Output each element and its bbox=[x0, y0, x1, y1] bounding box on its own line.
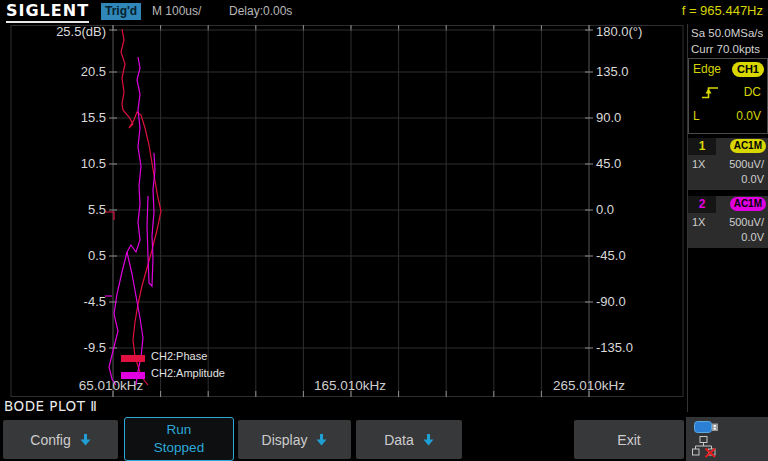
right-axis-label: 0.0 bbox=[596, 202, 666, 217]
channel-2-info[interactable]: 2 AC1M 1X 500uV/ 0.0V bbox=[688, 196, 768, 248]
usb-icon bbox=[694, 420, 720, 434]
rising-edge-icon bbox=[701, 85, 719, 100]
channel-2-offset: 0.0V bbox=[692, 231, 764, 243]
bode-plot-title: BODE PLOT Ⅱ bbox=[4, 398, 97, 414]
trigger-type-label: Edge bbox=[693, 62, 721, 76]
trigger-coupling-label: DC bbox=[744, 85, 761, 99]
trigger-info-panel[interactable]: Edge CH1 DC L 0.0V bbox=[688, 58, 768, 134]
memory-depth-readout: Curr 70.0kpts bbox=[691, 43, 760, 55]
status-icons-panel bbox=[686, 417, 768, 461]
timebase-readout: M 100us/ bbox=[152, 4, 201, 18]
left-axis-label: 5.5 bbox=[18, 202, 106, 217]
x-axis-label: 165.010kHz bbox=[295, 378, 405, 393]
menu-button-display[interactable]: Display bbox=[238, 420, 351, 459]
menu-button-data[interactable]: Data bbox=[356, 420, 462, 459]
top-bar: SIGLENT Trig'd M 100us/ Delay:0.00s f = … bbox=[0, 0, 768, 24]
right-axis-label: 45.0 bbox=[596, 156, 666, 171]
trigger-source-badge[interactable]: CH1 bbox=[732, 62, 764, 77]
left-axis-label: 0.5 bbox=[18, 248, 106, 263]
channel-1-number: 1 bbox=[688, 138, 716, 155]
dropdown-arrow-icon bbox=[80, 434, 91, 446]
run-state-line1: Run bbox=[167, 421, 192, 439]
x-axis-label: 65.010kHz bbox=[56, 378, 166, 393]
left-axis-label: 25.5(dB) bbox=[18, 24, 106, 39]
frequency-readout: f = 965.447Hz bbox=[682, 3, 763, 18]
x-axis-label: 265.010kHz bbox=[534, 378, 644, 393]
run-state-line2: Stopped bbox=[154, 439, 204, 457]
right-axis-label: 135.0 bbox=[596, 64, 666, 79]
data-label: Data bbox=[384, 432, 414, 448]
channel-2-number: 2 bbox=[688, 196, 716, 213]
channel-2-scale: 500uV/ bbox=[692, 216, 764, 228]
left-axis-label: 20.5 bbox=[18, 64, 106, 79]
dropdown-arrow-icon bbox=[316, 434, 327, 446]
config-label: Config bbox=[30, 432, 70, 448]
channel-2-coupling-badge: AC1M bbox=[730, 197, 766, 211]
legend-swatch-amplitude bbox=[121, 372, 145, 379]
delay-readout: Delay:0.00s bbox=[229, 4, 292, 18]
left-axis-label: 15.5 bbox=[18, 110, 106, 125]
trigger-level-value: 0.0V bbox=[736, 109, 761, 123]
channel-1-info[interactable]: 1 AC1M 1X 500uV/ 0.0V bbox=[688, 138, 768, 190]
left-axis-label: -9.5 bbox=[18, 340, 106, 355]
exit-label: Exit bbox=[617, 432, 640, 448]
left-axis-label: 10.5 bbox=[18, 156, 106, 171]
legend-label-phase: CH2:Phase bbox=[151, 350, 207, 362]
right-axis-label: -45.0 bbox=[596, 248, 666, 263]
sample-rate-readout: Sa 50.0MSa/s bbox=[691, 27, 763, 39]
brand-logo: SIGLENT bbox=[6, 1, 89, 23]
trigger-status-badge: Trig'd bbox=[101, 3, 141, 20]
menu-button-run-stopped[interactable]: Run Stopped bbox=[124, 417, 234, 461]
right-axis-label: -90.0 bbox=[596, 294, 666, 309]
menu-button-config[interactable]: Config bbox=[3, 420, 118, 459]
right-axis-label: 90.0 bbox=[596, 110, 666, 125]
oscilloscope-screen: SIGLENT Trig'd M 100us/ Delay:0.00s f = … bbox=[0, 0, 768, 461]
legend-swatch-phase bbox=[121, 355, 145, 362]
display-label: Display bbox=[262, 432, 308, 448]
channel-1-coupling-badge: AC1M bbox=[730, 139, 766, 153]
dropdown-arrow-icon bbox=[423, 434, 434, 446]
lan-disconnected-icon bbox=[692, 436, 716, 458]
left-axis-label: -4.5 bbox=[18, 294, 106, 309]
legend-label-amplitude: CH2:Amplitude bbox=[151, 367, 225, 379]
channel-1-offset: 0.0V bbox=[692, 173, 764, 185]
menu-button-exit[interactable]: Exit bbox=[574, 420, 684, 459]
channel-1-scale: 500uV/ bbox=[692, 158, 764, 170]
right-axis-label: 180.0(°) bbox=[596, 24, 666, 39]
trigger-level-prefix: L bbox=[693, 109, 700, 123]
right-axis-label: -135.0 bbox=[596, 340, 666, 355]
